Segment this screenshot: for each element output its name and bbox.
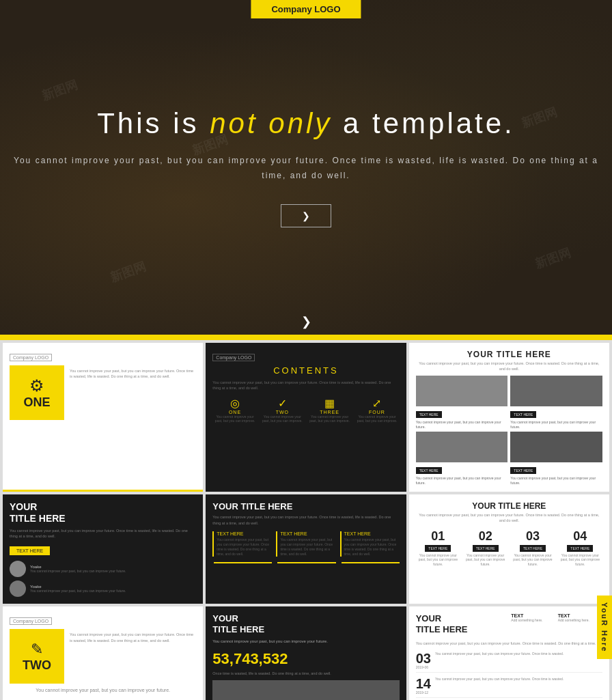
grid-item-3: TEXT HERE You cannot improve your past, … <box>416 432 508 485</box>
contents-icons-grid: ◎ ONE You cannot improve your past, but … <box>212 397 399 423</box>
photo-placeholder <box>212 680 399 700</box>
profile-list: Yoake You cannot improve your past, but … <box>10 561 196 597</box>
subtitle-slide3-r1: You cannot improve your past, but you ca… <box>416 361 602 372</box>
slide-numbered: YOUR TITLE HERE You cannot improve your … <box>409 494 609 604</box>
numbered-title: YOUR TITLE HERE <box>416 501 602 511</box>
num-4: 04 TEXT HERE You cannot improve your pas… <box>558 529 602 567</box>
slide-row-2: YOURTITLE HERE You cannot improve your p… <box>3 494 609 604</box>
three-cols-desc: You cannot improve your past, but you ca… <box>212 514 399 526</box>
grid-item-1: TEXT HERE You cannot improve your past, … <box>416 376 508 429</box>
slide-your-title-grid: YOUR TITLE HERE You cannot improve your … <box>409 343 609 492</box>
two-subtitle-bottom: You cannot improve your past, but you ca… <box>10 688 196 692</box>
slide-two-logo: Company LOGO <box>10 617 52 625</box>
scroll-down-icon[interactable]: ❯ <box>301 314 311 329</box>
text-header-cols: YOURTITLE HERE TEXT Add something here. … <box>416 613 602 634</box>
grid-item-2: TEXT HERE You cannot improve your past, … <box>510 376 602 429</box>
tl-item-1: 03 2019-06 You cannot improve your past,… <box>416 652 602 673</box>
text-tag-2: TEXT <box>558 613 602 618</box>
big-number: 53,743,532 <box>212 650 399 668</box>
timeline-list: 03 2019-06 You cannot improve your past,… <box>416 652 602 700</box>
icon-one: ◎ ONE You cannot improve your past, but … <box>212 397 257 423</box>
two-yellow-block: ✎ TWO <box>10 629 64 684</box>
icon-two: ✓ TWO You cannot improve your past, but … <box>260 397 305 423</box>
three-cols-grid: TEXT HERE You cannot improve your past, … <box>212 531 399 557</box>
text-tag-1: TEXT <box>511 613 555 618</box>
text-here-btn[interactable]: TEXT HERE <box>10 546 50 555</box>
slide-timeline: YOURTITLE HERE TEXT Add something here. … <box>409 606 609 700</box>
hero-button[interactable]: ❯ <box>281 204 331 227</box>
tl-item-2: 14 2019-12 You cannot improve your past,… <box>416 677 602 698</box>
big-desc: Once time is wasted, life is wasted. Do … <box>212 671 399 676</box>
contents-desc: You cannot improve your past, but you ca… <box>212 380 399 391</box>
one-label: ONE <box>23 395 50 410</box>
your-here-label: YouR Here <box>597 596 612 659</box>
icon-three: ▦ THREE You cannot improve your past, bu… <box>307 397 352 423</box>
num-2: 02 TEXT HERE You cannot improve your pas… <box>463 529 507 567</box>
one-body: You cannot improve your past, but you ca… <box>70 368 196 380</box>
one-yellow-block: ⚙ ONE <box>10 365 64 420</box>
col-1: TEXT HERE You cannot improve your past, … <box>212 531 272 557</box>
hero-content: This is not only a template. You cannot … <box>0 107 612 227</box>
gear-icon: ⚙ <box>29 376 44 395</box>
company-logo: Company LOGO <box>251 0 361 18</box>
slide-contents: Company LOGO CONTENTS You cannot improve… <box>206 343 406 492</box>
hero-title: This is not only a template. <box>0 107 612 140</box>
profiles-title: YOURTITLE HERE <box>10 501 196 524</box>
hero-subtitle: You cannot improve your past, but you ca… <box>0 154 612 183</box>
add-text-1: Add something here. <box>511 618 555 622</box>
three-cols-title: YOUR TITLE HERE <box>212 501 399 512</box>
slide-big-number: YOURTITLE HERE You cannot improve your p… <box>206 606 406 700</box>
timeline-desc: You cannot improve your past, but you ca… <box>416 641 602 646</box>
two-body: You cannot improve your past, but you ca… <box>70 632 196 643</box>
slide-logo-1: Company LOGO <box>10 354 52 361</box>
slide-one: Company LOGO ⚙ ONE You cannot improve yo… <box>3 343 203 492</box>
slide-row-1: Company LOGO ⚙ ONE You cannot improve yo… <box>3 343 609 492</box>
text-tag-grid: TEXT Add something here. TEXT Add someth… <box>511 613 602 622</box>
timeline-main-title: YOURTITLE HERE <box>416 613 507 634</box>
icon-four: ⤢ FOUR You cannot improve your past, but… <box>354 397 399 423</box>
hero-highlight: not only <box>210 107 332 139</box>
yellow-accent-strip <box>0 335 612 340</box>
hero-section: 新图网 新图网 新图网 新图网 新图网 Company LOGO This is… <box>0 0 612 335</box>
num-1: 01 TEXT HERE You cannot improve your pas… <box>416 529 460 567</box>
big-num-desc: You cannot improve your past, but you ca… <box>212 639 399 645</box>
edit-icon: ✎ <box>31 641 43 658</box>
slide-row-3: Company LOGO ✎ TWO You cannot improve yo… <box>3 606 609 700</box>
slide-two: Company LOGO ✎ TWO You cannot improve yo… <box>3 606 203 700</box>
title-slide3-r1: YOUR TITLE HERE <box>416 350 602 359</box>
contents-title: CONTENTS <box>212 365 399 376</box>
slide-three-cols: YOUR TITLE HERE You cannot improve your … <box>206 494 406 604</box>
col-2: TEXT HERE You cannot improve your past, … <box>276 531 335 557</box>
big-num-title: YOURTITLE HERE <box>212 613 399 634</box>
num-3: 03 TEXT HERE You cannot improve your pas… <box>510 529 555 567</box>
four-image-grid: TEXT HERE You cannot improve your past, … <box>416 376 602 485</box>
profiles-desc: You cannot improve your past, but you ca… <box>10 528 196 540</box>
slide-profiles: YOURTITLE HERE You cannot improve your p… <box>3 494 203 604</box>
profile-2: Yoake You cannot improve your past, but … <box>10 580 196 597</box>
slides-container: Company LOGO ⚙ ONE You cannot improve yo… <box>0 340 612 700</box>
numbered-grid: 01 TEXT HERE You cannot improve your pas… <box>416 529 602 567</box>
profile-1: Yoake You cannot improve your past, but … <box>10 561 196 577</box>
grid-item-4: TEXT HERE You cannot improve your past, … <box>510 432 602 485</box>
arrow-icon: ❯ <box>302 210 310 221</box>
contents-logo: Company LOGO <box>212 354 255 361</box>
add-text-2: Add something here. <box>558 618 602 622</box>
numbered-subtitle: You cannot improve your past, but you ca… <box>416 513 602 523</box>
col-3: TEXT HERE You cannot improve your past, … <box>340 531 400 557</box>
two-label: TWO <box>23 658 51 673</box>
